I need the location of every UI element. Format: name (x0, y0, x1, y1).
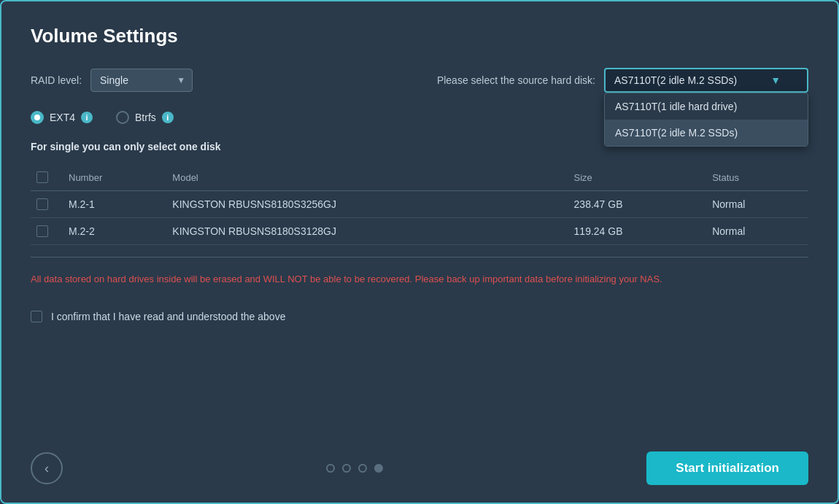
raid-label: RAID level: (31, 74, 82, 86)
volume-settings-page: Volume Settings RAID level: Single RAID … (1, 1, 838, 503)
source-label: Please select the source hard disk: (437, 74, 595, 86)
header-row: RAID level: Single RAID 0 RAID 1 JBOD ▼ … (31, 68, 808, 93)
confirm-label: I confirm that I have read and understoo… (51, 311, 285, 322)
page-dot-2[interactable] (342, 464, 351, 473)
row1-size: 238.47 GB (568, 191, 707, 218)
confirm-checkbox[interactable] (31, 311, 42, 322)
row1-checkbox[interactable] (36, 198, 48, 210)
raid-select-wrapper[interactable]: Single RAID 0 RAID 1 JBOD ▼ (90, 69, 193, 92)
btrfs-info-icon[interactable]: i (162, 112, 174, 123)
back-button[interactable]: ‹ (31, 452, 63, 484)
radio-btrfs[interactable]: Btrfs i (116, 111, 174, 124)
col-model: Model (166, 164, 568, 191)
ext4-info-icon[interactable]: i (81, 112, 93, 123)
source-select-wrapper[interactable]: AS7110T(2 idle M.2 SSDs) ▼ AS7110T(1 idl… (604, 68, 808, 93)
filesystem-group: EXT4 i Btrfs i (31, 111, 174, 124)
bottom-bar: ‹ Start initialization (31, 451, 808, 485)
row1-checkbox-cell (31, 191, 63, 218)
source-option-2[interactable]: AS7110T(2 idle M.2 SSDs) (605, 120, 808, 146)
row2-checkbox-cell (31, 218, 63, 245)
pagination (326, 464, 383, 473)
source-select-arrow: ▼ (770, 74, 781, 86)
row2-checkbox[interactable] (36, 225, 48, 237)
row2-status: Normal (706, 218, 808, 245)
start-initialization-button[interactable]: Start initialization (646, 451, 808, 485)
raid-select[interactable]: Single RAID 0 RAID 1 JBOD (90, 69, 193, 92)
radio-ext4[interactable]: EXT4 i (31, 111, 93, 124)
source-field-group: Please select the source hard disk: AS71… (437, 68, 808, 93)
col-status: Status (706, 164, 808, 191)
radio-ext4-label: EXT4 (50, 112, 75, 123)
row2-model: KINGSTON RBUSNS8180S3128GJ (166, 218, 568, 245)
table-divider (31, 257, 808, 257)
radio-ext4-circle[interactable] (31, 111, 44, 124)
row2-number: M.2-2 (63, 218, 166, 245)
col-checkbox (31, 164, 63, 191)
row2-size: 119.24 GB (568, 218, 707, 245)
table-row: M.2-2 KINGSTON RBUSNS8180S3128GJ 119.24 … (31, 218, 808, 245)
disk-table: Number Model Size Status M.2-1 KINGSTON … (31, 164, 808, 245)
radio-btrfs-label: Btrfs (135, 112, 156, 123)
source-dropdown[interactable]: AS7110T(1 idle hard drive) AS7110T(2 idl… (604, 93, 808, 147)
source-select-display[interactable]: AS7110T(2 idle M.2 SSDs) ▼ (604, 68, 808, 93)
page-dot-3[interactable] (358, 464, 367, 473)
row1-model: KINGSTON RBUSNS8180S3256GJ (166, 191, 568, 218)
raid-field-group: RAID level: Single RAID 0 RAID 1 JBOD ▼ (31, 69, 193, 92)
page-dot-4[interactable] (374, 464, 383, 473)
col-number: Number (63, 164, 166, 191)
back-icon: ‹ (45, 461, 49, 476)
source-option-1[interactable]: AS7110T(1 idle hard drive) (605, 93, 808, 120)
page-dot-1[interactable] (326, 464, 335, 473)
source-selected-value: AS7110T(2 idle M.2 SSDs) (614, 74, 737, 86)
col-size: Size (568, 164, 707, 191)
table-row: M.2-1 KINGSTON RBUSNS8180S3256GJ 238.47 … (31, 191, 808, 218)
row1-number: M.2-1 (63, 191, 166, 218)
radio-btrfs-circle[interactable] (116, 111, 129, 124)
warning-text: All data stored on hard drives inside wi… (31, 272, 687, 287)
row1-status: Normal (706, 191, 808, 218)
page-title: Volume Settings (31, 25, 808, 47)
confirm-row: I confirm that I have read and understoo… (31, 311, 808, 322)
select-all-checkbox[interactable] (36, 171, 48, 183)
